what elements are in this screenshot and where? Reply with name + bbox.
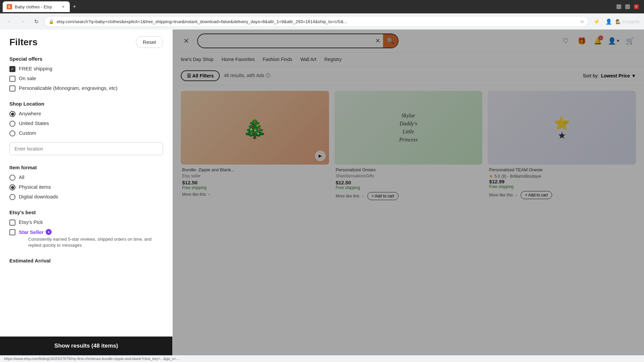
free-shipping-option[interactable]: FREE shipping [9, 66, 163, 72]
special-offers-section: Special offers FREE shipping On sale Per… [9, 56, 163, 92]
profile-button[interactable]: 👤 [603, 16, 614, 27]
tab-bar: E Baby clothes - Etsy ✕ + [0, 0, 644, 13]
personalizable-label: Personalizable (Monogram, engravings, et… [19, 85, 117, 91]
star-seller-checkbox[interactable] [9, 229, 15, 235]
forward-button[interactable]: → [17, 16, 28, 27]
shop-location-section: Shop Location Anywhere United States Cus… [9, 101, 163, 155]
new-tab-button[interactable]: + [70, 2, 79, 11]
item-format-label: Item format [9, 165, 163, 170]
filter-header: Filters Reset [9, 36, 163, 48]
show-results-button[interactable]: Show results (48 items) [0, 337, 172, 355]
special-offers-label: Special offers [9, 56, 163, 62]
minimize-button[interactable] [616, 4, 621, 9]
active-tab[interactable]: E Baby clothes - Etsy ✕ [3, 1, 70, 12]
filter-scroll-area: Filters Reset Special offers FREE shippi… [0, 29, 172, 337]
page-content: Filters Reset Special offers FREE shippi… [0, 29, 644, 355]
united-states-radio[interactable] [9, 121, 15, 127]
etsy-best-label: Etsy's best [9, 209, 163, 215]
browser-toolbar: ⚡ 👤 🕵️ Incognito [591, 16, 640, 27]
custom-label: Custom [19, 130, 36, 136]
star-seller-text: Star Seller [19, 229, 44, 235]
united-states-option[interactable]: United States [9, 120, 163, 127]
browser-window: E Baby clothes - Etsy ✕ + ← → ↻ 🔒 etsy.c… [0, 0, 644, 362]
digital-option[interactable]: Digital downloads [9, 194, 163, 200]
maximize-button[interactable] [625, 4, 630, 9]
shop-location-label: Shop Location [9, 101, 163, 107]
address-bar[interactable]: 🔒 etsy.com/search?q=baby+clothes&explici… [44, 16, 589, 27]
custom-location-option[interactable]: Custom [9, 130, 163, 136]
address-text: etsy.com/search?q=baby+clothes&explicit=… [57, 19, 578, 24]
etsy-pick-checkbox[interactable] [9, 220, 15, 226]
item-format-section: Item format All Physical items Digital d… [9, 165, 163, 200]
free-shipping-checkbox[interactable] [9, 66, 15, 72]
lock-icon: 🔒 [49, 19, 54, 24]
personalizable-checkbox[interactable] [9, 85, 15, 92]
on-sale-label: On sale [19, 75, 36, 81]
physical-option[interactable]: Physical items [9, 184, 163, 190]
reload-button[interactable]: ↻ [31, 16, 42, 27]
on-sale-checkbox[interactable] [9, 76, 15, 82]
anywhere-label: Anywhere [19, 111, 41, 116]
filter-panel: Filters Reset Special offers FREE shippi… [0, 29, 173, 355]
tab-close-button[interactable]: ✕ [60, 4, 66, 9]
all-format-radio[interactable] [9, 175, 15, 181]
estimated-arrival-section: Estimated Arrival [9, 258, 163, 263]
navigation-bar: ← → ↻ 🔒 etsy.com/search?q=baby+clothes&e… [0, 13, 644, 29]
main-content-area: ✕ ✕ 🔍 ♡ 🎁 🔔 [173, 29, 644, 355]
star-seller-description: Consistently earned 5-star reviews, ship… [19, 236, 163, 248]
extensions-button[interactable]: ⚡ [591, 16, 602, 27]
status-bar: https://www.etsy.com/listing/1625527679/… [0, 355, 644, 362]
personalizable-option[interactable]: Personalizable (Monogram, engravings, et… [9, 85, 163, 92]
estimated-arrival-label: Estimated Arrival [9, 258, 163, 263]
status-url: https://www.etsy.com/listing/1625527679/… [4, 357, 179, 361]
bookmark-icon[interactable]: ☆ [580, 19, 584, 24]
incognito-indicator: 🕵️ Incognito [615, 19, 640, 24]
window-controls [616, 4, 641, 9]
physical-label: Physical items [19, 184, 51, 190]
star-seller-content: Star Seller ✦ Consistently earned 5-star… [19, 229, 163, 248]
united-states-label: United States [19, 120, 49, 126]
anywhere-option[interactable]: Anywhere [9, 111, 163, 117]
tab-favicon: E [7, 4, 12, 9]
all-format-option[interactable]: All [9, 174, 163, 181]
on-sale-option[interactable]: On sale [9, 75, 163, 82]
location-input[interactable] [9, 142, 163, 155]
reset-button[interactable]: Reset [136, 36, 163, 48]
physical-radio[interactable] [9, 184, 15, 190]
etsy-pick-label: Etsy's Pick [19, 219, 43, 225]
free-shipping-label: FREE shipping [19, 66, 52, 71]
dim-overlay [173, 29, 644, 355]
close-button[interactable] [634, 4, 639, 9]
star-seller-label-row: Star Seller ✦ [19, 229, 163, 235]
all-format-label: All [19, 174, 24, 180]
custom-radio[interactable] [9, 130, 15, 136]
anywhere-radio[interactable] [9, 111, 15, 117]
star-seller-badge: ✦ [46, 229, 52, 235]
back-button[interactable]: ← [4, 16, 15, 27]
etsy-best-section: Etsy's best Etsy's Pick Star Seller ✦ [9, 209, 163, 248]
filter-title: Filters [9, 37, 38, 48]
star-seller-option[interactable]: Star Seller ✦ Consistently earned 5-star… [9, 229, 163, 248]
digital-radio[interactable] [9, 194, 15, 200]
tab-label: Baby clothes - Etsy [15, 4, 58, 9]
digital-label: Digital downloads [19, 194, 58, 199]
etsy-pick-option[interactable]: Etsy's Pick [9, 219, 163, 226]
